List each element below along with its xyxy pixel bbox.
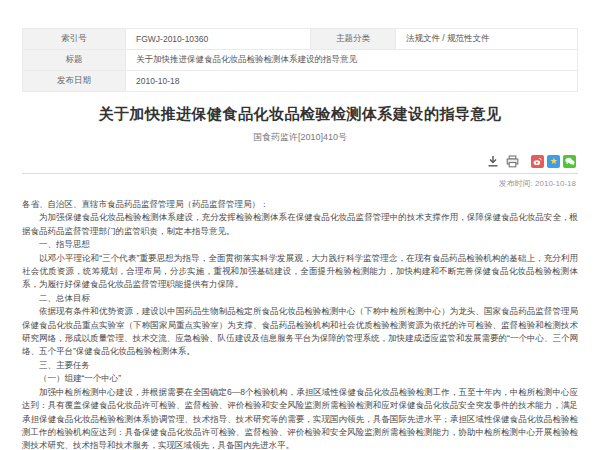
salutation-line: 各省、自治区、直辖市食品药品监督管理局（药品监督管理局）： bbox=[22, 198, 578, 211]
section-heading-2: 二、总体目标 bbox=[22, 292, 578, 305]
download-icon[interactable] bbox=[486, 154, 500, 168]
meta-value-index-number: FGWJ-2010-10360 bbox=[126, 29, 311, 50]
share-weibo-icon[interactable] bbox=[531, 155, 544, 168]
meta-value-publish-date: 2010-10-18 bbox=[126, 71, 578, 92]
section-heading-3: 三、主要任务 bbox=[22, 359, 578, 372]
page-title: 关于加快推进保健食品化妆品检验检测体系建设的指导意见 bbox=[22, 105, 578, 124]
meta-label-title: 标题 bbox=[23, 50, 126, 71]
table-row: 标题 关于加快推进保健食品化妆品检验检测体系建设的指导意见 bbox=[23, 50, 578, 71]
section-1-paragraph: 以邓小平理论和“三个代表”重要思想为指导，全面贯彻落实科学发展观，大力践行科学监… bbox=[22, 252, 578, 292]
table-row: 发布日期 2010-10-18 bbox=[23, 71, 578, 92]
section-3-paragraph: 加强中检所检测中心建设，并根据需要在全国确定6—8个检验机构，承担区域性保健食品… bbox=[22, 386, 578, 450]
meta-value-title: 关于加快推进保健食品化妆品检验检测体系建设的指导意见 bbox=[126, 50, 578, 71]
document-meta-table: 索引号 FGWJ-2010-10360 主题分类 法规文件 / 规范性文件 标题… bbox=[22, 28, 578, 92]
article-toolbar: ★ bbox=[22, 154, 578, 174]
share-buttons: ★ bbox=[531, 155, 576, 168]
meta-label-publish-date: 发布日期 bbox=[23, 71, 126, 92]
article-body: 各省、自治区、直辖市食品药品监督管理局（药品监督管理局）： 为加强保健食品化妆品… bbox=[22, 198, 578, 450]
share-wechat-icon[interactable] bbox=[563, 155, 576, 168]
share-qzone-icon[interactable]: ★ bbox=[547, 155, 560, 168]
intro-paragraph: 为加强保健食品化妆品检验检测体系建设，充分发挥检验检测体系在保健食品化妆品监督管… bbox=[22, 211, 578, 238]
meta-value-topic-category: 法规文件 / 规范性文件 bbox=[396, 29, 578, 50]
table-row: 索引号 FGWJ-2010-10360 主题分类 法规文件 / 规范性文件 bbox=[23, 29, 578, 50]
meta-label-index-number: 索引号 bbox=[23, 29, 126, 50]
print-icon[interactable] bbox=[505, 154, 519, 168]
publish-time: 发布时间: 2010-10-18 bbox=[22, 178, 576, 189]
meta-label-topic-category: 主题分类 bbox=[311, 29, 396, 50]
section-2-paragraph: 依据现有条件和优势资源，建设以中国药品生物制品检定所食品化妆品检验检测中心（下称… bbox=[22, 305, 578, 359]
subsection-heading-3-1: （一）组建“一个中心” bbox=[22, 372, 578, 385]
document-number: 国食药监许[2010]410号 bbox=[22, 131, 578, 144]
section-heading-1: 一、指导思想 bbox=[22, 238, 578, 251]
document-page: 索引号 FGWJ-2010-10360 主题分类 法规文件 / 规范性文件 标题… bbox=[0, 0, 600, 450]
